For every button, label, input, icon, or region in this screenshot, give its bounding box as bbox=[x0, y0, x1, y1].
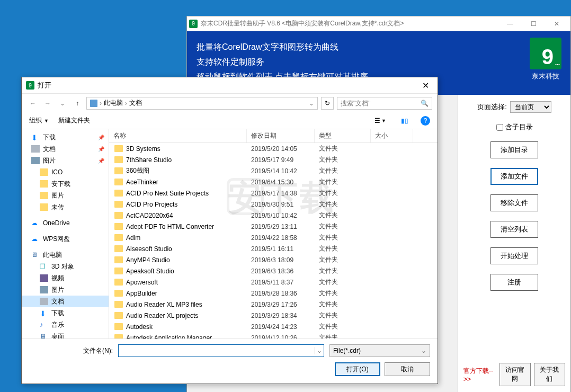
file-row[interactable]: Adlm2019/4/22 18:58文件夹 bbox=[109, 232, 438, 243]
search-input[interactable] bbox=[341, 100, 418, 107]
file-date: 2019/5/10 10:42 bbox=[247, 212, 315, 219]
file-row[interactable]: ActCAD2020x642019/5/10 10:42文件夹 bbox=[109, 210, 438, 221]
chevron-down-icon[interactable]: ⌄ bbox=[309, 100, 314, 107]
include-sub-label: 含子目录 bbox=[505, 122, 533, 132]
col-date[interactable]: 修改日期 bbox=[247, 129, 315, 142]
file-row[interactable]: Apeaksoft Studio2019/6/3 18:36文件夹 bbox=[109, 265, 438, 277]
visit-site-button[interactable]: 访问官网 bbox=[499, 363, 531, 386]
tree-item[interactable]: ☁OneDrive bbox=[22, 217, 109, 229]
folder-icon bbox=[114, 145, 123, 152]
file-row[interactable]: Apowersoft2019/5/11 8:37文件夹 bbox=[109, 277, 438, 288]
tree-item[interactable]: 图片📌 bbox=[22, 155, 109, 166]
file-row[interactable]: AnyMP4 Studio2019/6/3 18:09文件夹 bbox=[109, 254, 438, 265]
file-row[interactable]: ACID Pro Projects2019/5/30 9:51文件夹 bbox=[109, 199, 438, 210]
add-dir-button[interactable]: 添加目录 bbox=[490, 141, 538, 158]
organize-button[interactable]: 组织 ▼ bbox=[29, 116, 49, 125]
file-row[interactable]: Audio Reader XL MP3 files2019/3/29 17:26… bbox=[109, 299, 438, 310]
about-button[interactable]: 关于我们 bbox=[534, 363, 565, 386]
include-sub-checkbox[interactable] bbox=[496, 124, 503, 131]
refresh-button[interactable]: ↻ bbox=[321, 97, 334, 110]
file-row[interactable]: Aiseesoft Studio2019/5/1 16:11文件夹 bbox=[109, 243, 438, 254]
file-name: Apeaksoft Studio bbox=[126, 268, 174, 275]
file-row[interactable]: ACID Pro Next Suite Projects2019/5/17 14… bbox=[109, 188, 438, 199]
file-type: 文件夹 bbox=[315, 255, 371, 264]
filename-input[interactable] bbox=[119, 347, 315, 354]
folder-icon bbox=[114, 268, 123, 274]
file-row[interactable]: Audio Reader XL projects2019/3/29 18:34文… bbox=[109, 310, 438, 321]
file-row[interactable]: Autodesk Application Manager2019/4/12 10… bbox=[109, 332, 438, 338]
tree-item[interactable]: 未传 bbox=[22, 201, 109, 213]
file-row[interactable]: 3D Systems2019/5/20 14:05文件夹 bbox=[109, 143, 438, 154]
new-folder-button[interactable]: 新建文件夹 bbox=[58, 116, 90, 125]
tree-item[interactable]: 视频 bbox=[22, 272, 109, 284]
file-row[interactable]: Autodesk2019/4/24 14:23文件夹 bbox=[109, 321, 438, 332]
col-size[interactable]: 大小 bbox=[371, 129, 413, 142]
file-row[interactable]: AppBuilder2019/5/28 18:36文件夹 bbox=[109, 288, 438, 299]
file-row[interactable]: AceThinker2019/6/4 15:30文件夹 bbox=[109, 176, 438, 188]
col-type[interactable]: 类型 bbox=[315, 129, 371, 142]
file-type: 文件夹 bbox=[315, 278, 371, 287]
tree-item[interactable]: 图片 bbox=[22, 284, 109, 296]
search-box[interactable]: 🔍 bbox=[337, 97, 432, 110]
tree-item[interactable]: 文档📌 bbox=[22, 143, 109, 155]
maximize-button[interactable]: ☐ bbox=[522, 16, 545, 31]
help-icon[interactable]: ? bbox=[421, 116, 430, 126]
chevron-right-icon: › bbox=[125, 100, 127, 107]
open-button[interactable]: 打开(O) bbox=[335, 362, 380, 376]
file-date: 2019/6/3 18:09 bbox=[247, 256, 315, 264]
tree-item[interactable]: ☁WPS网盘 bbox=[22, 233, 109, 245]
file-row[interactable]: Adept PDF To HTML Converter2019/5/29 13:… bbox=[109, 221, 438, 232]
remove-file-button[interactable]: 移除文件 bbox=[490, 194, 538, 211]
add-file-button[interactable]: 添加文件 bbox=[490, 168, 538, 185]
folder-icon bbox=[114, 301, 123, 308]
view-mode-button[interactable]: ☰ ▼ bbox=[372, 115, 389, 126]
file-row[interactable]: 7thShare Studio2019/5/17 9:49文件夹 bbox=[109, 154, 438, 165]
file-row[interactable]: 360截图2019/5/14 10:42文件夹 bbox=[109, 165, 438, 176]
dialog-close-button[interactable]: ✕ bbox=[417, 79, 433, 91]
tree-item[interactable]: ⬇下载📌 bbox=[22, 131, 109, 143]
breadcrumb[interactable]: › 此电脑 › 文档 ⌄ bbox=[86, 97, 318, 110]
tree-item[interactable]: 安下载 bbox=[22, 178, 109, 190]
file-open-dialog: 9 打开 ✕ ← → ⌄ ↑ › 此电脑 › 文档 ⌄ ↻ 🔍 组织 ▼ 新建文… bbox=[21, 77, 438, 384]
ico-dl-icon: ⬇ bbox=[31, 133, 40, 141]
nav-tree[interactable]: ⬇下载📌文档📌图片📌ICO安下载图片未传☁OneDrive☁WPS网盘🖥此电脑❒… bbox=[22, 129, 109, 338]
search-icon[interactable]: 🔍 bbox=[421, 100, 429, 107]
filename-dropdown-icon[interactable]: ⌄ bbox=[315, 347, 324, 354]
tree-item[interactable]: 文档 bbox=[22, 296, 109, 307]
file-list[interactable]: 3D Systems2019/5/20 14:05文件夹7thShare Stu… bbox=[109, 143, 438, 338]
file-type: 文件夹 bbox=[315, 233, 371, 242]
banner-line-1: 批量将CorelDraw文字和图形转为曲线 bbox=[197, 40, 561, 55]
preview-pane-button[interactable]: ▮▯ bbox=[398, 115, 411, 126]
nav-dropdown-icon[interactable]: ⌄ bbox=[57, 97, 68, 109]
filter-dropdown[interactable]: File(*.cdr) ⌄ bbox=[329, 344, 430, 357]
breadcrumb-pc[interactable]: 此电脑 bbox=[104, 99, 123, 108]
dialog-title: 打开 bbox=[38, 81, 417, 90]
file-name: Autodesk Application Manager bbox=[126, 334, 212, 339]
nav-back-icon[interactable]: ← bbox=[27, 97, 39, 109]
tree-item[interactable]: ♪音乐 bbox=[22, 319, 109, 331]
tree-item[interactable]: 图片 bbox=[22, 190, 109, 201]
clear-list-button[interactable]: 清空列表 bbox=[490, 221, 538, 238]
start-button[interactable]: 开始处理 bbox=[490, 247, 538, 264]
minimize-button[interactable]: — bbox=[498, 16, 522, 31]
nav-up-icon[interactable]: ↑ bbox=[72, 97, 83, 109]
breadcrumb-docs[interactable]: 文档 bbox=[129, 99, 142, 108]
tree-item[interactable]: 🖥桌面 bbox=[22, 331, 109, 338]
tree-item[interactable]: ICO bbox=[22, 166, 109, 178]
tree-item[interactable]: ⬇下载 bbox=[22, 307, 109, 319]
ico-pic-icon bbox=[40, 286, 48, 293]
download-text: 官方下载-->> bbox=[463, 367, 495, 383]
folder-icon bbox=[114, 234, 123, 241]
col-name[interactable]: 名称 bbox=[109, 129, 247, 142]
tree-item[interactable]: 🖥此电脑 bbox=[22, 249, 109, 261]
cancel-button[interactable]: 取消 bbox=[385, 362, 430, 376]
close-button[interactable]: ✕ bbox=[545, 16, 568, 31]
filename-input-wrap[interactable]: ⌄ bbox=[118, 344, 324, 357]
page-select-dropdown[interactable]: 当前页 bbox=[510, 101, 551, 113]
column-headers[interactable]: 名称 修改日期 类型 大小 bbox=[109, 129, 438, 143]
nav-forward-icon[interactable]: → bbox=[42, 97, 53, 109]
register-button[interactable]: 注册 bbox=[490, 274, 538, 291]
tree-item[interactable]: ❒3D 对象 bbox=[22, 261, 109, 272]
file-type: 文件夹 bbox=[315, 177, 371, 186]
include-sub-row[interactable]: 含子目录 bbox=[496, 122, 533, 132]
